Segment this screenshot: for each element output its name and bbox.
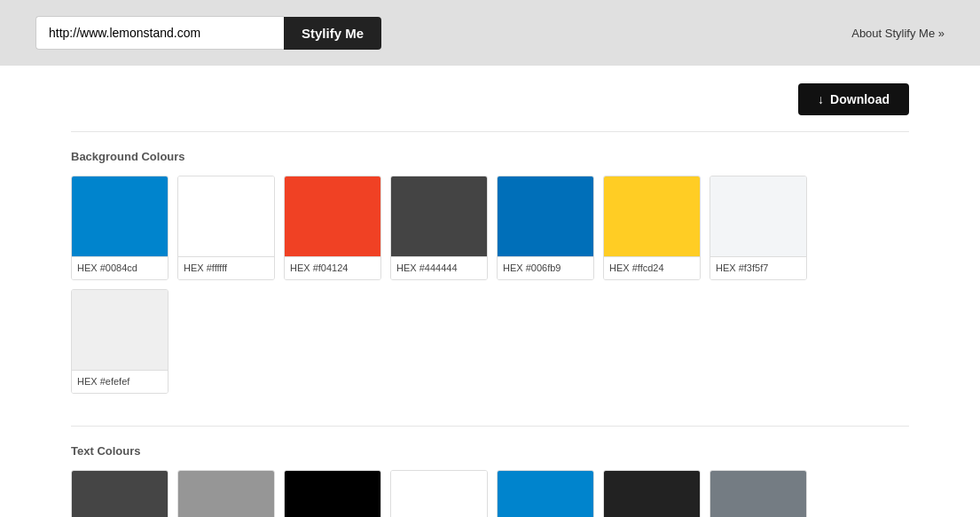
color-swatch [72, 471, 168, 517]
color-swatch [710, 471, 806, 517]
color-card: HEX #006fb9 [497, 176, 594, 280]
color-card: HEX #f3f5f7 [710, 176, 807, 280]
background-color-grid: HEX #0084cdHEX #ffffffHEX #f04124HEX #44… [71, 176, 909, 394]
color-swatch [498, 176, 593, 256]
color-card: HEX #efefef [71, 289, 169, 394]
color-swatch [72, 290, 168, 370]
main-content: ↓ Download Background Colours HEX #0084c… [0, 66, 980, 517]
color-swatch [604, 176, 700, 256]
color-swatch [604, 471, 700, 517]
color-card: HEX #0084cd [497, 470, 594, 517]
color-card: HEX #f04124 [284, 176, 381, 280]
url-input[interactable] [35, 16, 284, 50]
text-color-grid: HEX #454545HEX #969696HEX #000000HEX #ff… [71, 470, 909, 517]
color-swatch [178, 176, 274, 256]
color-card: HEX #ffffff [390, 470, 488, 517]
color-label: HEX #efefef [72, 370, 168, 393]
background-section-title: Background Colours [71, 150, 909, 163]
url-form: Stylify Me [35, 16, 381, 50]
color-swatch [391, 471, 487, 517]
color-label: HEX #006fb9 [498, 256, 593, 279]
color-label: HEX #f3f5f7 [710, 256, 806, 279]
download-button[interactable]: ↓ Download [798, 83, 909, 115]
color-swatch [285, 471, 380, 517]
color-swatch [178, 471, 274, 517]
color-label: HEX #ffffff [178, 256, 274, 279]
text-section-title: Text Colours [71, 444, 909, 458]
stylify-button[interactable]: Stylify Me [284, 17, 381, 50]
top-bar: Stylify Me About Stylify Me » [0, 0, 980, 66]
about-link[interactable]: About Stylify Me » [851, 27, 945, 40]
color-card: HEX #444444 [390, 176, 488, 280]
color-card: HEX #0084cd [71, 176, 169, 280]
color-card: HEX #454545 [71, 470, 169, 517]
color-swatch [72, 176, 168, 256]
section-divider-top [71, 131, 909, 132]
download-arrow-icon: ↓ [818, 92, 824, 106]
color-swatch [498, 471, 593, 517]
color-label: HEX #f04124 [285, 256, 380, 279]
download-label: Download [830, 92, 890, 106]
color-card: HEX #969696 [177, 470, 275, 517]
color-label: HEX #444444 [391, 256, 487, 279]
color-swatch [285, 176, 380, 256]
color-card: HEX #000000 [284, 470, 381, 517]
color-label: HEX #0084cd [72, 256, 168, 279]
color-label: HEX #ffcd24 [604, 256, 700, 279]
color-card: HEX #222222 [603, 470, 701, 517]
color-card: HEX #ffffff [177, 176, 275, 280]
section-divider-mid [71, 426, 909, 427]
download-row: ↓ Download [71, 83, 909, 115]
color-card: HEX #ffcd24 [603, 176, 701, 280]
color-card: HEX #747c83 [710, 470, 807, 517]
color-swatch [391, 176, 487, 256]
color-swatch [710, 176, 806, 256]
